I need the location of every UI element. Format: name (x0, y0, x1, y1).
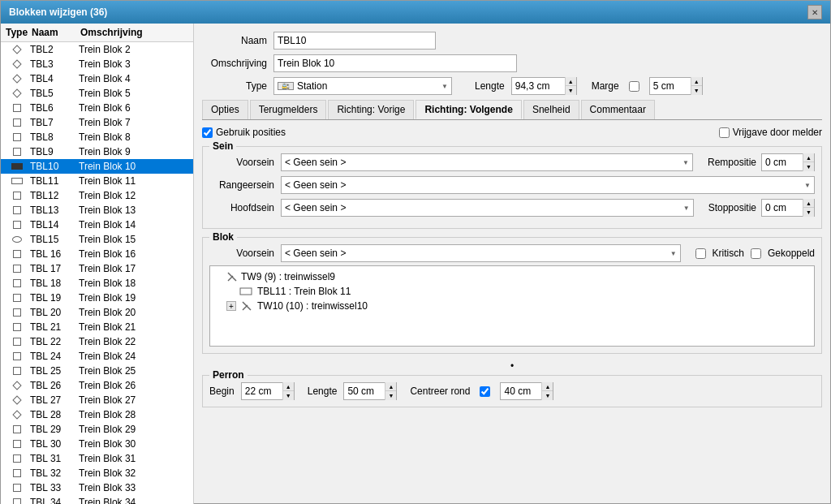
list-item[interactable]: TBL 28 Trein Blok 28 (1, 407, 193, 422)
lengte-spinner[interactable]: ▲ ▼ (511, 77, 577, 95)
list-item[interactable]: TBL 21 Trein Blok 21 (1, 320, 193, 334)
stoppositie-spinner[interactable]: ▲ ▼ (761, 199, 815, 217)
list-item[interactable]: TBL 32 Trein Blok 32 (1, 466, 193, 480)
gebruik-posities-checkbox[interactable] (202, 127, 213, 138)
stoppositie-up[interactable]: ▲ (803, 199, 814, 208)
list-item[interactable]: TBL13 Trein Blok 13 (1, 203, 193, 218)
list-item[interactable]: TBL 17 Trein Blok 17 (1, 261, 193, 276)
list-item[interactable]: TBL6 Trein Blok 6 (1, 101, 193, 115)
list-item[interactable]: TBL3 Trein Blok 3 (1, 57, 193, 71)
lengte-input[interactable] (512, 79, 565, 93)
item-name: TBL 22 (30, 336, 79, 347)
rangeersein-select[interactable]: < Geen sein > ▼ (281, 176, 815, 194)
centreer-down[interactable]: ▼ (541, 391, 553, 400)
list-item[interactable]: TBL5 Trein Blok 5 (1, 86, 193, 101)
centreer-up[interactable]: ▲ (541, 382, 553, 391)
list-item[interactable]: TBL 22 Trein Blok 22 (1, 334, 193, 349)
list-item[interactable]: TBL 26 Trein Blok 26 (1, 378, 193, 393)
marge-input[interactable] (650, 79, 691, 93)
marge-spinner[interactable]: ▲ ▼ (649, 77, 703, 95)
omschrijving-input[interactable] (273, 54, 517, 72)
item-desc: Trein Blok 6 (79, 102, 190, 114)
list-item[interactable]: TBL 30 Trein Blok 30 (1, 437, 193, 451)
list-item[interactable]: TBL15 Trein Blok 15 (1, 232, 193, 247)
begin-input[interactable] (242, 384, 282, 398)
square-icon (13, 352, 21, 360)
item-desc: Trein Blok 12 (79, 190, 190, 201)
list-item[interactable]: TBL 25 Trein Blok 25 (1, 364, 193, 378)
lengte-down[interactable]: ▼ (565, 86, 576, 95)
list-item[interactable]: TBL 31 Trein Blok 31 (1, 451, 193, 466)
list-item[interactable]: TBL 19 Trein Blok 19 (1, 291, 193, 305)
diamond-icon (12, 45, 21, 54)
begin-spinner[interactable]: ▲ ▼ (241, 382, 295, 400)
list-item[interactable]: TBL9 Trein Blok 9 (1, 144, 193, 159)
list-item[interactable]: TBL 16 Trein Blok 16 (1, 247, 193, 261)
tab-richting-vorige[interactable]: Richting: Vorige (328, 100, 414, 119)
rempositie-down[interactable]: ▼ (803, 162, 814, 171)
gekoppeld-checkbox[interactable] (751, 248, 761, 259)
naam-label: Naam (202, 35, 267, 46)
list-item[interactable]: TBL 20 Trein Blok 20 (1, 305, 193, 320)
expand-btn-3[interactable]: + (226, 301, 236, 311)
list-item[interactable]: TBL7 Trein Blok 7 (1, 115, 193, 130)
item-desc: Trein Blok 24 (79, 351, 190, 362)
type-select[interactable]: 🚉 Station ▼ (273, 77, 452, 95)
vrijgave-checkbox[interactable] (719, 127, 730, 138)
hoofdsein-select[interactable]: < Geen sein > ▼ (281, 199, 694, 217)
centreer-spinner[interactable]: ▲ ▼ (500, 382, 553, 400)
rempositie-input[interactable] (762, 155, 803, 170)
tab-opties[interactable]: Opties (202, 100, 248, 119)
vrijgave-label: Vrijgave door melder (733, 127, 822, 138)
perron-lengte-input[interactable] (344, 384, 385, 398)
list-item[interactable]: TBL 27 Trein Blok 27 (1, 393, 193, 407)
list-item[interactable]: TBL4 Trein Blok 4 (1, 71, 193, 86)
begin-down[interactable]: ▼ (282, 391, 294, 400)
list-item[interactable]: TBL14 Trein Blok 14 (1, 218, 193, 232)
marge-label: Marge (592, 80, 619, 92)
tab-terugmelders[interactable]: Terugmelders (250, 100, 327, 119)
voorsein-select[interactable]: < Geen sein > ▼ (281, 153, 693, 171)
list-item[interactable]: TBL11 Trein Blok 11 (1, 174, 193, 188)
lengte-up[interactable]: ▲ (565, 77, 576, 86)
item-desc: Trein Blok 5 (79, 88, 190, 99)
blok-voorsein-select[interactable]: < Geen sein > ▼ (281, 244, 681, 262)
perron-lengte-spinner[interactable]: ▲ ▼ (343, 382, 397, 400)
item-type (4, 148, 30, 156)
marge-down[interactable]: ▼ (691, 86, 702, 95)
item-desc: Trein Blok 26 (79, 380, 190, 391)
list-item[interactable]: TBL 33 Trein Blok 33 (1, 480, 193, 495)
list-item[interactable]: TBL12 Trein Blok 12 (1, 188, 193, 203)
square-icon (13, 250, 21, 258)
square-icon (13, 265, 21, 273)
list-item[interactable]: TBL8 Trein Blok 8 (1, 130, 193, 144)
tab-snelheid[interactable]: Snelheid (523, 100, 579, 119)
tab-commentaar[interactable]: Commentaar (581, 100, 655, 119)
rempositie-up[interactable]: ▲ (803, 153, 814, 162)
item-desc: Trein Blok 2 (79, 44, 190, 55)
item-name: TBL12 (30, 190, 79, 201)
list-item[interactable]: TBL10 Trein Blok 10 (1, 159, 193, 174)
list-item[interactable]: TBL 29 Trein Blok 29 (1, 422, 193, 437)
rempositie-spinner[interactable]: ▲ ▼ (761, 153, 815, 171)
marge-checkbox[interactable] (629, 81, 639, 92)
centreer-input[interactable] (501, 384, 541, 398)
naam-input[interactable] (273, 32, 436, 50)
list-item[interactable]: TBL 24 Trein Blok 24 (1, 349, 193, 364)
perron-lengte-down[interactable]: ▼ (385, 391, 396, 400)
list-item[interactable]: TBL 34 Trein Blok 34 (1, 495, 193, 504)
stoppositie-group: Stoppositie ▲ ▼ (708, 199, 815, 217)
item-type (4, 338, 30, 346)
list-item[interactable]: TBL 18 Trein Blok 18 (1, 276, 193, 291)
tab-richting-volgende[interactable]: Richting: Volgende (416, 100, 521, 119)
stoppositie-down[interactable]: ▼ (803, 208, 814, 217)
perron-lengte-up[interactable]: ▲ (385, 382, 396, 391)
begin-up[interactable]: ▲ (282, 382, 294, 391)
rangeersein-row: Rangeersein < Geen sein > ▼ (209, 176, 815, 194)
list-item[interactable]: TBL2 Trein Blok 2 (1, 42, 193, 57)
centreer-checkbox[interactable] (480, 386, 490, 397)
stoppositie-input[interactable] (762, 200, 803, 215)
kritisch-checkbox[interactable] (695, 248, 706, 259)
close-button[interactable]: ✕ (807, 5, 822, 19)
marge-up[interactable]: ▲ (691, 77, 702, 86)
